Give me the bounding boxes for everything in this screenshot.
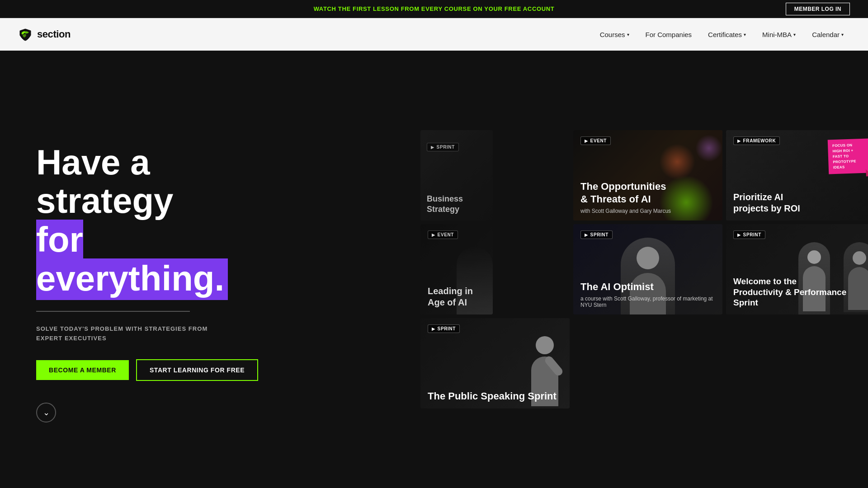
- nav-certificates[interactable]: Certificates ▾: [702, 27, 752, 42]
- hero-section: Have a strategy for everything. SOLVE TO…: [0, 51, 868, 488]
- card-ai-optimist[interactable]: ▶ SPRINT The AI Optimist a course with S…: [573, 224, 722, 314]
- card-leading-title: Leading inAge of AI: [428, 286, 486, 308]
- nav-calendar[interactable]: Calendar ▾: [806, 27, 850, 42]
- nav-for-companies[interactable]: For Companies: [639, 27, 698, 42]
- member-login-button[interactable]: MEMBER LOG IN: [786, 3, 850, 15]
- chevron-down-icon: ▾: [793, 32, 796, 37]
- card-leading-ai[interactable]: ▶ EVENT Leading inAge of AI: [420, 224, 493, 314]
- card-leading-content: ▶ EVENT Leading inAge of AI: [420, 224, 493, 314]
- hero-subtitle: SOLVE TODAY'S PROBLEM WITH STRATEGIES FR…: [36, 324, 280, 343]
- section-logo-icon: [18, 27, 33, 42]
- card-ai-threats-content: ▶ EVENT The Opportunities& Threats of AI…: [573, 130, 722, 221]
- card-business-strategy[interactable]: ▶ SPRINT Business Strategy: [420, 130, 493, 221]
- card-public-speaking[interactable]: ▶ SPRINT The Public Speaking Sprint: [420, 318, 570, 408]
- hero-buttons: BECOME A MEMBER START LEARNING FOR FREE: [36, 359, 280, 381]
- hero-divider: [36, 311, 190, 312]
- sprint-badge-optimist: ▶ SPRINT: [580, 230, 613, 239]
- become-member-button[interactable]: BECOME A MEMBER: [36, 360, 129, 380]
- card-ai-threats-subtitle: with Scott Galloway and Gary Marcus: [580, 208, 715, 214]
- card-speaking-content: ▶ SPRINT The Public Speaking Sprint: [420, 318, 570, 408]
- event-badge: ▶ EVENT: [580, 136, 611, 145]
- chevron-down-icon: ▾: [744, 32, 746, 37]
- banner-text: WATCH THE FIRST LESSON FROM EVERY COURSE…: [314, 5, 555, 12]
- hero-title: Have a strategy for everything.: [36, 143, 280, 298]
- navbar: section Courses ▾ For Companies Certific…: [0, 18, 868, 51]
- card-optimist-title: The AI Optimist: [580, 281, 715, 293]
- sprint-badge-productivity: ▶ SPRINT: [733, 230, 765, 239]
- nav-courses[interactable]: Courses ▾: [594, 27, 636, 42]
- hero-title-highlight: for everything.: [36, 220, 228, 300]
- card-ai-threats[interactable]: ▶ EVENT The Opportunities& Threats of AI…: [573, 130, 722, 221]
- logo[interactable]: section: [18, 27, 71, 42]
- card-prioritize-title: Prioritize AIprojects by ROI: [733, 192, 868, 214]
- card-productivity-content: ▶ SPRINT Welcome to theProductivity & Pe…: [726, 224, 868, 314]
- start-learning-button[interactable]: START LEARNING FOR FREE: [136, 359, 258, 381]
- card-ai-optimist-content: ▶ SPRINT The AI Optimist a course with S…: [573, 224, 722, 314]
- card-productivity-title: Welcome to theProductivity & Performance…: [733, 276, 868, 308]
- cards-grid: ▶ SPRINT Business Strategy ▶ EVENT The O…: [411, 130, 868, 408]
- card-prioritize-ai[interactable]: FOCUS ONHIGH ROI +FAST TOPROTOTYPEIDEAS …: [726, 130, 868, 221]
- hero-content: Have a strategy for everything. SOLVE TO…: [0, 143, 316, 423]
- card-ai-threats-title: The Opportunities& Threats of AI: [580, 180, 715, 205]
- nav-mini-mba[interactable]: Mini-MBA ▾: [756, 27, 802, 42]
- chevron-down-icon: ⌄: [43, 408, 50, 418]
- nav-links: Courses ▾ For Companies Certificates ▾ M…: [594, 27, 850, 42]
- logo-text: section: [37, 28, 71, 40]
- chevron-down-icon: ▾: [841, 32, 844, 37]
- chevron-down-icon: ▾: [627, 32, 629, 37]
- sprint-badge-icon: ▶: [431, 145, 434, 150]
- event-badge-leading: ▶ EVENT: [428, 230, 458, 239]
- hero-title-line1: Have a strategy: [36, 142, 173, 221]
- card-productivity[interactable]: ▶ SPRINT Welcome to theProductivity & Pe…: [726, 224, 868, 314]
- card-optimist-subtitle: a course with Scott Galloway, professor …: [580, 296, 715, 308]
- sticky-note: FOCUS ONHIGH ROI +FAST TOPROTOTYPEIDEAS: [828, 138, 868, 174]
- card-speaking-title: The Public Speaking Sprint: [428, 390, 562, 403]
- scroll-down-button[interactable]: ⌄: [36, 403, 56, 422]
- top-banner: WATCH THE FIRST LESSON FROM EVERY COURSE…: [0, 0, 868, 18]
- sprint-badge-speaking: ▶ SPRINT: [428, 324, 460, 333]
- card-business-title: Business Strategy: [427, 194, 486, 214]
- framework-badge: ▶ FRAMEWORK: [733, 136, 780, 145]
